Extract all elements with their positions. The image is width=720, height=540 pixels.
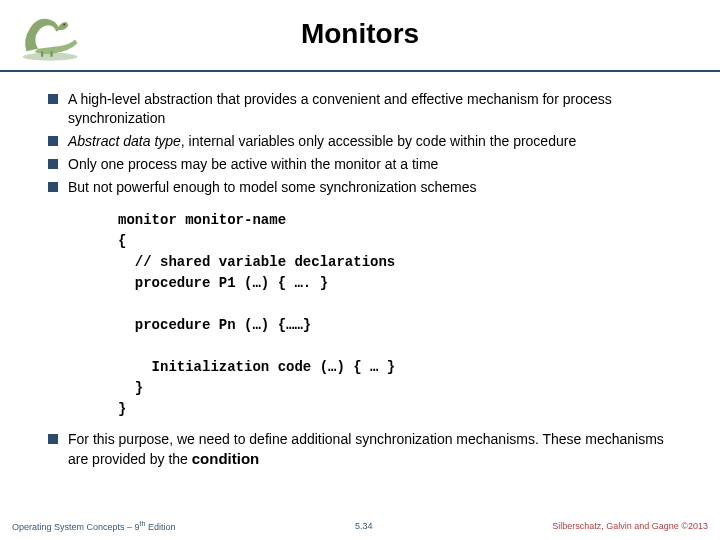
slide-title: Monitors	[0, 0, 720, 50]
code-line: {	[118, 233, 126, 249]
dinosaur-logo	[10, 8, 90, 63]
code-line: }	[118, 380, 143, 396]
bullet-text: , internal variables only accessible by …	[181, 133, 576, 149]
footer-page-number: 5.34	[355, 521, 373, 531]
footer-copyright: Silberschatz, Galvin and Gagne ©2013	[552, 521, 708, 531]
code-line: // shared variable declarations	[118, 254, 395, 270]
code-line: }	[118, 401, 126, 417]
list-item: For this purpose, we need to define addi…	[48, 430, 672, 469]
slide-footer: Operating System Concepts – 9th Edition …	[0, 520, 720, 532]
slide-content: A high-level abstraction that provides a…	[0, 72, 720, 470]
list-item: Abstract data type, internal variables o…	[48, 132, 672, 151]
bullet-text: Only one process may be active within th…	[68, 156, 438, 172]
footer-book: Operating System Concepts – 9	[12, 522, 140, 532]
code-block: monitor monitor-name { // shared variabl…	[118, 210, 672, 420]
list-item: A high-level abstraction that provides a…	[48, 90, 672, 128]
code-line: monitor monitor-name	[118, 212, 286, 228]
bullet-text: But not powerful enough to model some sy…	[68, 179, 477, 195]
bullet-text: For this purpose, we need to define addi…	[68, 431, 664, 467]
slide-header: Monitors	[0, 0, 720, 72]
bullet-italic: Abstract data type	[68, 133, 181, 149]
bullet-list-2: For this purpose, we need to define addi…	[48, 430, 672, 469]
code-line: procedure P1 (…) { …. }	[118, 275, 328, 291]
bullet-list-1: A high-level abstraction that provides a…	[48, 90, 672, 196]
footer-edition: Edition	[145, 522, 175, 532]
condition-keyword: condition	[192, 450, 260, 467]
list-item: Only one process may be active within th…	[48, 155, 672, 174]
svg-point-1	[63, 24, 65, 26]
footer-left: Operating System Concepts – 9th Edition	[12, 520, 175, 532]
list-item: But not powerful enough to model some sy…	[48, 178, 672, 197]
code-line: procedure Pn (…) {……}	[118, 317, 311, 333]
code-line: Initialization code (…) { … }	[118, 359, 395, 375]
bullet-text: A high-level abstraction that provides a…	[68, 91, 612, 126]
